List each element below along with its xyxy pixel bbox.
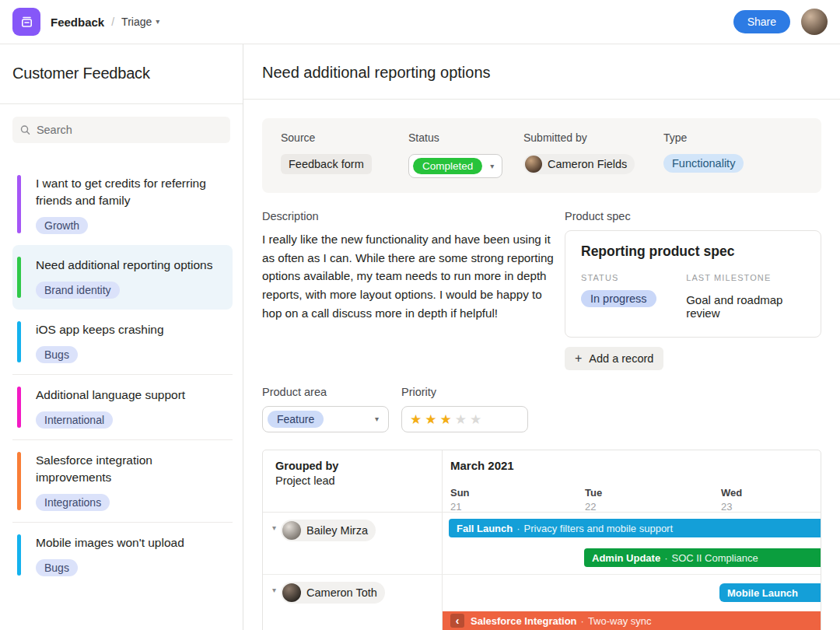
day-name: Sun xyxy=(450,487,470,499)
star-filled-icon[interactable]: ★ xyxy=(440,411,452,428)
day-header: Tue 22 xyxy=(585,487,602,513)
day-name: Wed xyxy=(721,487,742,499)
gantt-bar[interactable]: Fall Launch · Privacy filters and mobile… xyxy=(449,519,821,537)
app-logo-icon[interactable] xyxy=(12,8,40,36)
priority-stars[interactable]: ★★★★★ xyxy=(401,406,528,432)
person-name: Cameron Fields xyxy=(548,158,627,170)
chevron-down-icon: ▾ xyxy=(156,18,159,26)
star-empty-icon[interactable]: ★ xyxy=(455,411,467,428)
item-color-bar xyxy=(17,452,21,510)
bar-title: Salesforce Integration xyxy=(471,615,577,627)
item-title: Additional language support xyxy=(36,387,226,404)
grouped-by-label: Grouped by xyxy=(275,460,429,472)
item-tag: Growth xyxy=(36,217,88,234)
day-header: Wed 23 xyxy=(721,487,742,513)
gantt-bar[interactable]: Admin Update · SOC II Compliance xyxy=(584,548,821,567)
share-button[interactable]: Share xyxy=(733,10,790,33)
grouped-by-value[interactable]: Project lead xyxy=(275,474,429,487)
fields-panel: Source Feedback form Status Completed ▾ … xyxy=(262,118,821,193)
item-tag: International xyxy=(36,411,113,429)
list-item[interactable]: iOS app keeps crashing Bugs xyxy=(12,310,233,374)
day-number: 23 xyxy=(721,501,742,513)
search-box[interactable] xyxy=(12,117,230,143)
item-color-bar xyxy=(17,387,21,428)
item-color-bar xyxy=(17,257,21,298)
main-panel: Need additional reporting options Source… xyxy=(243,44,840,630)
status-pill: Completed xyxy=(413,158,482,174)
plus-icon: + xyxy=(575,352,582,365)
record-detail: Source Feedback form Status Completed ▾ … xyxy=(243,100,840,630)
item-tag: Bugs xyxy=(36,559,78,576)
submitted-by-value[interactable]: Cameron Fields xyxy=(523,154,635,174)
user-avatar[interactable] xyxy=(801,9,828,35)
status-dropdown[interactable]: Completed ▾ xyxy=(408,154,502,178)
timeline-widget: Grouped by Project lead March 2021 Sun 2… xyxy=(262,450,821,630)
item-title: iOS app keeps crashing xyxy=(36,321,226,338)
add-record-button[interactable]: + Add a record xyxy=(565,347,663,370)
breadcrumb-view-label: Triage xyxy=(121,16,152,28)
product-area-pill: Feature xyxy=(268,411,324,428)
item-title: I want to get credits for referring frie… xyxy=(36,175,226,209)
breadcrumb-view-dropdown[interactable]: Triage ▾ xyxy=(121,16,159,28)
item-color-bar xyxy=(17,175,21,233)
sidebar-title: Customer Feedback xyxy=(12,65,230,82)
add-record-label: Add a record xyxy=(589,352,653,365)
main-header: Need additional reporting options xyxy=(243,44,840,100)
row-expand-caret[interactable]: ▾ xyxy=(272,582,276,594)
item-title: Salesforce integration improvements xyxy=(36,452,226,486)
timeline-row: ▾ Cameron Toth Mobile Launch ‹ xyxy=(263,575,821,630)
list-item-selected[interactable]: Need additional reporting options Brand … xyxy=(12,245,233,310)
star-empty-icon[interactable]: ★ xyxy=(470,411,481,428)
spec-status-label: STATUS xyxy=(581,273,686,282)
product-area-dropdown[interactable]: Feature ▾ xyxy=(262,406,389,432)
person-name: Cameron Toth xyxy=(306,586,377,599)
item-title: Need additional reporting options xyxy=(36,257,226,274)
bar-title: Admin Update xyxy=(592,552,660,564)
person-name: Bailey Mirza xyxy=(306,524,368,537)
item-tag: Integrations xyxy=(36,494,110,511)
bar-separator: · xyxy=(581,615,584,627)
type-label: Type xyxy=(663,131,803,144)
list-item[interactable]: Additional language support Internationa… xyxy=(12,374,233,439)
product-spec-title: Reporting product spec xyxy=(581,243,805,260)
spec-milestone-label: LAST MILESTONE xyxy=(686,273,805,282)
list-item[interactable]: Mobile images won't upload Bugs xyxy=(12,522,233,587)
day-header: Sun 21 xyxy=(450,487,470,513)
day-number: 22 xyxy=(585,501,602,513)
bar-title: Fall Launch xyxy=(457,523,513,534)
timeline-header: Grouped by Project lead March 2021 Sun 2… xyxy=(263,450,821,513)
type-value[interactable]: Functionality xyxy=(663,154,744,173)
item-color-bar xyxy=(17,321,21,362)
source-value[interactable]: Feedback form xyxy=(281,154,372,174)
star-filled-icon[interactable]: ★ xyxy=(425,411,436,428)
person-avatar xyxy=(282,521,301,540)
description-text[interactable]: I really like the new functionality and … xyxy=(262,230,554,323)
timeline-month: March 2021 xyxy=(450,459,514,472)
gantt-bar[interactable]: ‹ Salesforce Integration · Two-way sync xyxy=(443,611,821,630)
spec-status-pill: In progress xyxy=(581,290,656,307)
item-title: Mobile images won't upload xyxy=(36,534,226,551)
star-filled-icon[interactable]: ★ xyxy=(410,411,422,428)
project-lead[interactable]: Cameron Toth xyxy=(281,582,385,604)
submitted-by-label: Submitted by xyxy=(523,131,663,144)
day-number: 21 xyxy=(450,501,470,513)
product-spec-card[interactable]: Reporting product spec STATUS In progres… xyxy=(565,230,821,338)
priority-label: Priority xyxy=(401,386,528,398)
product-spec-label: Product spec xyxy=(565,210,821,222)
list-item[interactable]: Salesforce integration improvements Inte… xyxy=(12,439,233,522)
breadcrumb-app[interactable]: Feedback xyxy=(51,16,104,29)
sidebar-header: Customer Feedback xyxy=(0,44,243,104)
item-tag: Brand identity xyxy=(36,282,120,299)
project-lead[interactable]: Bailey Mirza xyxy=(281,520,376,541)
bar-title: Mobile Launch xyxy=(727,587,798,599)
person-avatar xyxy=(282,583,301,602)
bar-subtitle: Privacy filters and mobile support xyxy=(524,523,673,534)
chevron-down-icon: ▾ xyxy=(490,163,494,170)
continues-left-icon: ‹ xyxy=(450,614,464,628)
source-label: Source xyxy=(281,131,408,144)
list-item[interactable]: I want to get credits for referring frie… xyxy=(12,163,233,245)
search-input[interactable] xyxy=(37,124,222,136)
gantt-bar[interactable]: Mobile Launch xyxy=(719,583,821,602)
row-expand-caret[interactable]: ▾ xyxy=(272,520,276,532)
page-title: Need additional reporting options xyxy=(262,64,821,82)
